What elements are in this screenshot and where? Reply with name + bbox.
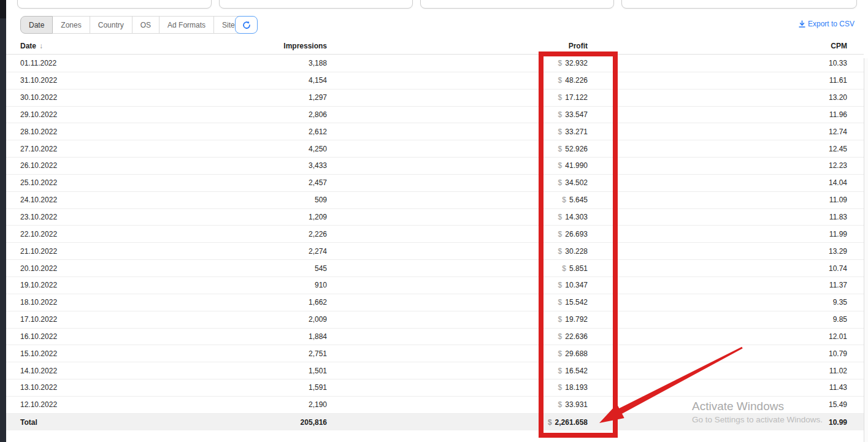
refresh-button[interactable] <box>235 16 258 34</box>
vertical-scrollbar[interactable] <box>864 58 868 442</box>
tab-os[interactable]: OS <box>133 16 159 34</box>
table-row: 01.11.2022 3,188 $ 32.932 10.33 <box>0 55 864 72</box>
table-body: 01.11.2022 3,188 $ 32.932 10.33 31.10.20… <box>0 55 864 414</box>
cpm-cell: 11.37 <box>0 277 847 294</box>
cpm-cell: 10.33 <box>0 55 847 72</box>
table-row: 16.10.2022 1,884 $ 22.636 12.01 <box>0 329 864 346</box>
table-row: 27.10.2022 4,250 $ 52.926 12.45 <box>0 140 864 158</box>
table-row: 12.10.2022 2,190 $ 33.931 15.49 <box>0 397 864 414</box>
cpm-cell: 12.01 <box>0 329 847 345</box>
download-icon <box>799 20 805 28</box>
table-row: 26.10.2022 3,433 $ 41.990 12.23 <box>0 158 864 175</box>
table-row: 23.10.2022 1,209 $ 14.303 11.83 <box>0 209 864 226</box>
table-row: 20.10.2022 545 $ 5.851 10.74 <box>0 260 864 277</box>
cpm-cell: 11.09 <box>0 192 847 208</box>
table-row: 13.10.2022 1,591 $ 18.193 11.43 <box>0 379 864 397</box>
table-row: 19.10.2022 910 $ 10.347 11.37 <box>0 277 864 294</box>
cpm-cell: 12.45 <box>0 140 847 157</box>
cpm-cell: 9.85 <box>0 311 847 328</box>
table-row: 29.10.2022 2,806 $ 33.547 11.96 <box>0 107 864 124</box>
group-by-tabs: Date Zones Country OS Ad Formats Sites <box>20 16 247 34</box>
cpm-cell: 12.23 <box>0 158 847 174</box>
table-row: 18.10.2022 1,662 $ 15.542 9.35 <box>0 294 864 311</box>
filter-input-2[interactable] <box>219 0 413 9</box>
cpm-cell: 11.61 <box>0 72 847 89</box>
export-label: Export to CSV <box>808 20 855 28</box>
table-header: Date ↓ Impressions Profit CPM <box>0 38 864 55</box>
cpm-cell: 12.74 <box>0 123 847 140</box>
cpm-cell: 13.20 <box>0 90 847 106</box>
cpm-cell: 11.96 <box>0 107 847 123</box>
filter-input-4[interactable] <box>621 0 857 9</box>
tab-zones[interactable]: Zones <box>53 16 90 34</box>
table-total-row: Total 205,816 $ 2,261.658 10.99 <box>0 414 864 430</box>
cpm-cell: 11.99 <box>0 226 847 242</box>
total-cpm-cell: 10.99 <box>0 414 847 430</box>
column-header-cpm[interactable]: CPM <box>0 38 847 54</box>
table-row: 15.10.2022 2,751 $ 29.688 10.79 <box>0 345 864 362</box>
tab-ad-formats[interactable]: Ad Formats <box>159 16 214 34</box>
export-to-csv-link[interactable]: Export to CSV <box>799 19 855 29</box>
cpm-cell: 13.29 <box>0 243 847 259</box>
table-row: 28.10.2022 2,612 $ 33.271 12.74 <box>0 123 864 140</box>
tab-country[interactable]: Country <box>90 16 133 34</box>
cpm-cell: 10.79 <box>0 345 847 362</box>
table-row: 21.10.2022 2,274 $ 30.228 13.29 <box>0 243 864 260</box>
table-row: 25.10.2022 2,457 $ 34.502 14.04 <box>0 175 864 192</box>
table-row: 30.10.2022 1,297 $ 17.122 13.20 <box>0 90 864 107</box>
filter-input-3[interactable] <box>420 0 614 9</box>
table-row: 14.10.2022 1,501 $ 16.542 11.02 <box>0 362 864 379</box>
cpm-cell: 11.43 <box>0 379 847 396</box>
refresh-icon <box>242 21 251 29</box>
tab-date[interactable]: Date <box>20 16 53 34</box>
cpm-cell: 9.35 <box>0 294 847 311</box>
filter-input-1[interactable] <box>17 0 212 9</box>
cpm-cell: 14.04 <box>0 175 847 191</box>
cpm-cell: 10.74 <box>0 260 847 276</box>
cpm-cell: 11.83 <box>0 209 847 226</box>
sidebar-edge-top <box>0 0 6 18</box>
cpm-cell: 11.02 <box>0 362 847 379</box>
cpm-cell: 15.49 <box>0 397 847 413</box>
sidebar-edge <box>0 0 6 442</box>
table-row: 22.10.2022 2,226 $ 26.693 11.99 <box>0 226 864 243</box>
table-row: 31.10.2022 4,154 $ 48.226 11.61 <box>0 72 864 90</box>
stats-report-page: Date Zones Country OS Ad Formats Sites E… <box>0 0 868 442</box>
table-row: 17.10.2022 2,009 $ 19.792 9.85 <box>0 311 864 329</box>
table-row: 24.10.2022 509 $ 5.645 11.09 <box>0 192 864 209</box>
